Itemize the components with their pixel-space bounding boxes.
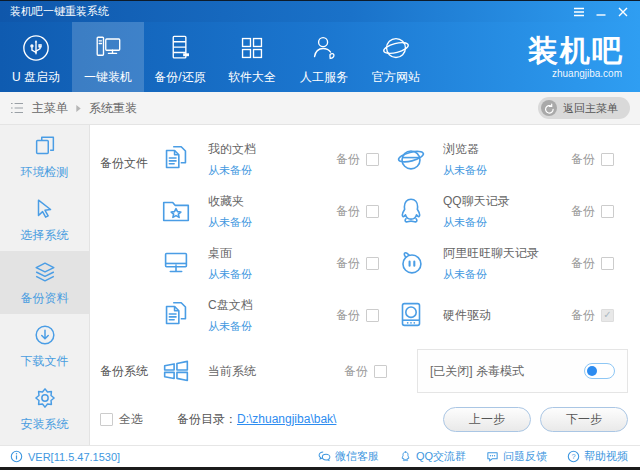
svg-text:?: ?	[571, 452, 575, 461]
backup-system-section: 备份系统 当前系统 备份 [已关闭] 杀毒模式	[100, 343, 628, 399]
antivirus-mode-box: [已关闭] 杀毒模式	[417, 349, 628, 393]
backup-status: 从未备份	[208, 267, 252, 282]
backup-item: 桌面从未备份备份	[158, 237, 393, 289]
nav-items: U 盘启动一键装机备份/还原软件大全人工服务官方网站	[0, 22, 432, 92]
layers-icon	[32, 259, 58, 285]
select-all: 全选	[100, 411, 143, 428]
backup-dir-link[interactable]: D:\zhuangjiba\bak\	[237, 412, 336, 426]
cursor-icon	[32, 196, 58, 222]
logo-text: 装机吧	[528, 35, 624, 67]
brand-logo: 装机吧 zhuangjiba.com	[528, 22, 640, 92]
server-icon	[162, 29, 198, 67]
backup-checkbox[interactable]	[366, 153, 379, 166]
backup-checkbox[interactable]	[366, 257, 379, 270]
breadcrumb-arrow-icon	[75, 104, 82, 113]
next-step-button[interactable]: 下一步	[540, 407, 628, 432]
current-system-backup-checkbox[interactable]	[374, 365, 387, 378]
windows-icon	[158, 353, 194, 389]
backup-status: 从未备份	[208, 163, 256, 178]
backup-checkbox[interactable]	[366, 205, 379, 218]
nav-item-official-website[interactable]: 官方网站	[360, 22, 432, 92]
titlebar: 装机吧一键重装系统	[0, 1, 640, 22]
backup-status: 从未备份	[443, 215, 510, 230]
person-icon	[306, 29, 342, 67]
footer-link-help-video[interactable]: ?帮助视频	[567, 449, 628, 464]
browser-icon	[393, 141, 429, 177]
nav-item-usb-boot[interactable]: U 盘启动	[0, 22, 72, 92]
backup-files-section: 备份文件 我的文档从未备份备份浏览器从未备份备份收藏夹从未备份备份QQ聊天记录从…	[100, 133, 628, 341]
breadcrumb-current: 系统重装	[89, 100, 137, 117]
backup-checkbox[interactable]	[601, 309, 614, 322]
breadcrumb-root[interactable]: 主菜单	[32, 100, 68, 117]
backup-dir-label: 备份目录：	[177, 411, 237, 428]
backup-item: C盘文档从未备份备份	[158, 289, 393, 341]
monitor-icon	[158, 245, 194, 281]
back-to-main-menu-button[interactable]: 返回主菜单	[538, 97, 630, 119]
drive-icon	[393, 297, 429, 333]
help-icon: ?	[567, 450, 584, 463]
computer-icon	[90, 29, 126, 67]
prev-step-button[interactable]: 上一步	[443, 407, 531, 432]
globe-icon	[378, 29, 414, 67]
select-all-checkbox[interactable]	[100, 413, 113, 426]
sidebar-item-env-check[interactable]: 环境检测	[0, 125, 89, 188]
backup-status: 从未备份	[443, 267, 539, 282]
nav-item-backup-restore[interactable]: 备份/还原	[144, 22, 216, 92]
folder-star-icon	[158, 193, 194, 229]
qq-icon	[393, 193, 429, 229]
app-window: 装机吧一键重装系统 U 盘启动一键装机备份/还原软件大全人工服务官方网站 装机吧…	[0, 0, 640, 470]
antivirus-mode-label: [已关闭] 杀毒模式	[430, 363, 524, 380]
backup-checkbox[interactable]	[601, 205, 614, 218]
feedback-icon	[486, 450, 503, 463]
backup-item: QQ聊天记录从未备份备份	[393, 185, 628, 237]
info-icon	[10, 450, 28, 463]
backup-checkbox[interactable]	[366, 309, 379, 322]
minimize-button[interactable]	[592, 3, 610, 21]
frames-icon	[32, 133, 58, 159]
nav-item-one-key-install[interactable]: 一键装机	[72, 22, 144, 92]
select-all-label: 全选	[119, 411, 143, 428]
backup-status: 从未备份	[208, 319, 253, 334]
current-system-item: 当前系统 备份	[158, 353, 401, 389]
breadcrumb-bar: 主菜单 系统重装 返回主菜单	[0, 92, 640, 125]
backup-item: 收藏夹从未备份备份	[158, 185, 393, 237]
window-title: 装机吧一键重装系统	[10, 4, 109, 19]
footer: VER[11.5.47.1530] 微信客服QQ交流群问题反馈?帮助视频	[0, 445, 640, 467]
backup-files-label: 备份文件	[100, 133, 158, 341]
backup-status: 从未备份	[443, 163, 487, 178]
backup-files-grid: 我的文档从未备份备份浏览器从未备份备份收藏夹从未备份备份QQ聊天记录从未备份备份…	[158, 133, 628, 341]
backup-checkbox[interactable]	[601, 153, 614, 166]
usb-icon	[18, 29, 54, 67]
backup-item: 硬件驱动备份	[393, 289, 628, 341]
backup-item: 阿里旺旺聊天记录从未备份备份	[393, 237, 628, 289]
content: 环境检测选择系统备份资料下载文件安装系统 备份文件 我的文档从未备份备份浏览器从…	[0, 125, 640, 445]
grid-icon	[234, 29, 270, 67]
current-system-label: 当前系统	[208, 363, 256, 380]
sidebar-item-backup-data[interactable]: 备份资料	[0, 251, 89, 314]
sidebar-item-select-system[interactable]: 选择系统	[0, 188, 89, 251]
close-button[interactable]	[614, 3, 632, 21]
sidebar-item-download-files[interactable]: 下载文件	[0, 314, 89, 377]
backup-item: 浏览器从未备份备份	[393, 133, 628, 185]
backup-checkbox[interactable]	[601, 257, 614, 270]
menu-button[interactable]	[570, 3, 588, 21]
bottom-bar: 全选 备份目录： D:\zhuangjiba\bak\ 上一步 下一步	[100, 402, 628, 436]
footer-link-qq-group[interactable]: QQ交流群	[399, 449, 466, 464]
nav-item-software-collection[interactable]: 软件大全	[216, 22, 288, 92]
wechat-icon	[318, 450, 335, 463]
wangwang-icon	[393, 245, 429, 281]
antivirus-mode-toggle[interactable]	[584, 363, 615, 379]
documents-icon	[158, 141, 194, 177]
footer-link-feedback[interactable]: 问题反馈	[486, 449, 547, 464]
nav-item-human-service[interactable]: 人工服务	[288, 22, 360, 92]
titlebar-controls	[566, 3, 632, 21]
logo-domain: zhuangjiba.com	[552, 68, 624, 79]
footer-link-wechat-service[interactable]: 微信客服	[318, 449, 379, 464]
top-nav: U 盘启动一键装机备份/还原软件大全人工服务官方网站 装机吧 zhuangjib…	[0, 22, 640, 92]
footer-links: 微信客服QQ交流群问题反馈?帮助视频	[298, 449, 628, 464]
backup-dir-group: 备份目录： D:\zhuangjiba\bak\	[177, 411, 336, 428]
back-arrow-icon	[541, 100, 557, 116]
version-group: VER[11.5.47.1530]	[10, 450, 120, 463]
sidebar-item-install-system[interactable]: 安装系统	[0, 377, 89, 440]
documents-icon	[158, 297, 194, 333]
